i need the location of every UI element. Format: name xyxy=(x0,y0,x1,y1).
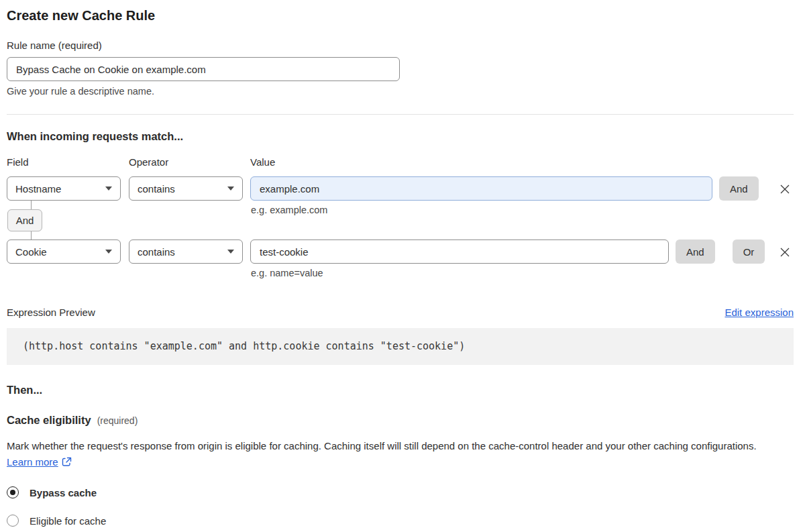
radio-label: Eligible for cache xyxy=(30,515,106,527)
learn-more-link[interactable]: Learn more xyxy=(7,456,58,468)
match-row: Hostname contains And xyxy=(7,176,794,201)
external-link-icon xyxy=(62,456,72,472)
match-row: Cookie contains And Or xyxy=(7,240,794,264)
chevron-down-icon xyxy=(227,187,234,191)
connector-line xyxy=(31,231,32,240)
connector-and-button[interactable]: And xyxy=(7,209,42,231)
then-heading: Then... xyxy=(7,384,794,396)
rule-name-label: Rule name (required) xyxy=(7,40,794,51)
match-section-heading: When incoming requests match... xyxy=(7,130,794,143)
radio-label: Bypass cache xyxy=(30,487,97,498)
chevron-down-icon xyxy=(105,250,112,254)
value-helper: e.g. example.com xyxy=(251,205,327,215)
remove-condition-button[interactable] xyxy=(776,244,794,261)
value-input[interactable] xyxy=(250,240,669,264)
value-helper: e.g. name=value xyxy=(251,268,794,278)
field-select[interactable]: Cookie xyxy=(7,240,121,264)
operator-column-label: Operator xyxy=(129,157,250,167)
edit-expression-link[interactable]: Edit expression xyxy=(724,307,794,318)
and-button[interactable]: And xyxy=(719,176,759,201)
value-column-label: Value xyxy=(250,157,275,167)
cache-eligibility-heading: Cache eligibility (required) xyxy=(7,414,794,427)
field-select-value: Hostname xyxy=(15,183,61,195)
expression-preview-label: Expression Preview xyxy=(7,307,95,318)
page-title: Create new Cache Rule xyxy=(7,8,794,23)
required-note: (required) xyxy=(97,415,138,427)
match-column-labels: Field Operator Value xyxy=(7,157,794,167)
close-icon xyxy=(779,246,791,258)
create-cache-rule-form: Create new Cache Rule Rule name (require… xyxy=(0,0,805,527)
chevron-down-icon xyxy=(105,187,112,191)
chevron-down-icon xyxy=(227,250,234,254)
value-input[interactable] xyxy=(250,176,712,201)
operator-select-value: contains xyxy=(138,246,175,258)
connector-line xyxy=(31,201,32,209)
condition-connector: And e.g. example.com xyxy=(7,201,794,240)
remove-condition-button[interactable] xyxy=(776,180,794,198)
and-button[interactable]: And xyxy=(676,240,715,264)
field-select-value: Cookie xyxy=(15,246,47,258)
radio-selected-icon[interactable] xyxy=(7,486,19,498)
operator-select-value: contains xyxy=(138,183,175,195)
operator-select[interactable]: contains xyxy=(129,176,243,201)
rule-name-input[interactable] xyxy=(7,57,400,81)
radio-unselected-icon[interactable] xyxy=(7,515,19,527)
field-column-label: Field xyxy=(7,157,129,167)
radio-option-bypass-cache[interactable]: Bypass cache xyxy=(7,486,97,498)
or-button[interactable]: Or xyxy=(733,240,765,264)
close-icon xyxy=(779,183,791,195)
row-footer: e.g. name=value xyxy=(7,268,794,278)
rule-name-helper: Give your rule a descriptive name. xyxy=(7,87,794,97)
section-divider xyxy=(7,114,794,115)
expression-preview-header: Expression Preview Edit expression xyxy=(7,307,794,318)
operator-select[interactable]: contains xyxy=(129,240,243,264)
cache-eligibility-title: Cache eligibility xyxy=(7,414,91,427)
field-select[interactable]: Hostname xyxy=(7,176,121,201)
cache-eligibility-description: Mark whether the request's response from… xyxy=(7,438,785,472)
radio-option-eligible-for-cache[interactable]: Eligible for cache xyxy=(7,515,106,527)
description-text: Mark whether the request's response from… xyxy=(7,440,757,451)
expression-code: (http.host contains "example.com" and ht… xyxy=(7,328,794,365)
